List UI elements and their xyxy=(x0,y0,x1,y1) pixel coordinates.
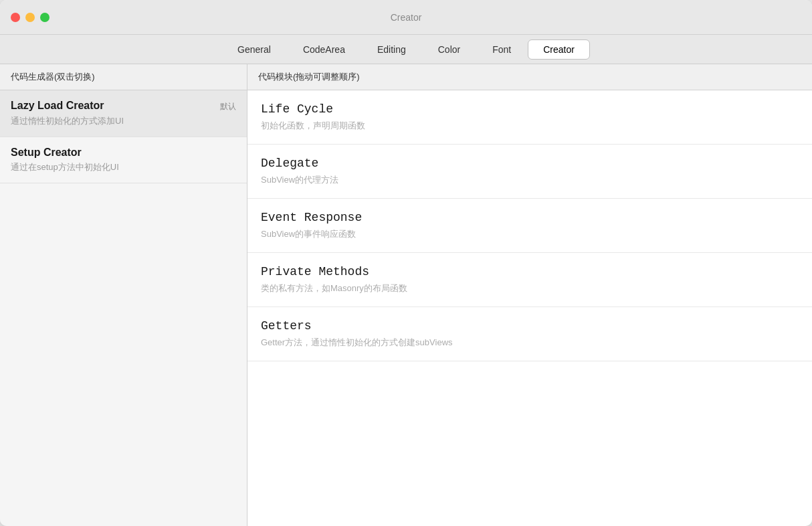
main-window: Creator General CodeArea Editing Color F… xyxy=(0,0,812,526)
tab-codearea[interactable]: CodeArea xyxy=(288,39,361,60)
creator-item-desc: 通过惰性初始化的方式添加UI xyxy=(11,115,236,127)
creator-item-lazy-load[interactable]: Lazy Load Creator 默认 通过惰性初始化的方式添加UI xyxy=(0,90,247,137)
creator-item-header-2: Setup Creator xyxy=(11,147,236,159)
module-item-desc-5: Getter方法，通过惰性初始化的方式创建subViews xyxy=(261,337,799,349)
close-button[interactable] xyxy=(11,13,20,22)
tab-creator[interactable]: Creator xyxy=(528,39,590,60)
module-item-name-4: Private Methods xyxy=(261,265,799,278)
creator-item-name-2: Setup Creator xyxy=(11,147,82,159)
tab-editing[interactable]: Editing xyxy=(362,39,421,60)
creator-item-desc-2: 通过在setup方法中初始化UI xyxy=(11,161,236,173)
window-controls xyxy=(11,13,49,22)
module-item-desc-2: SubView的代理方法 xyxy=(261,174,799,186)
module-item-name: Life Cycle xyxy=(261,102,799,116)
left-panel-header: 代码生成器(双击切换) xyxy=(0,64,247,90)
module-item-name-3: Event Response xyxy=(261,211,799,224)
minimize-button[interactable] xyxy=(25,13,35,22)
module-item-desc: 初始化函数，声明周期函数 xyxy=(261,120,799,132)
module-list: Life Cycle 初始化函数，声明周期函数 Delegate SubView… xyxy=(247,90,812,526)
module-item-name-2: Delegate xyxy=(261,157,799,170)
left-panel: 代码生成器(双击切换) Lazy Load Creator 默认 通过惰性初始化… xyxy=(0,64,247,526)
tab-font[interactable]: Font xyxy=(477,39,526,60)
module-item-desc-3: SubView的事件响应函数 xyxy=(261,228,799,240)
creator-item-badge: 默认 xyxy=(220,101,236,112)
titlebar: Creator xyxy=(0,0,812,35)
module-item-private-methods[interactable]: Private Methods 类的私有方法，如Masonry的布局函数 xyxy=(247,253,812,307)
main-content: 代码生成器(双击切换) Lazy Load Creator 默认 通过惰性初始化… xyxy=(0,64,812,526)
creator-item-name: Lazy Load Creator xyxy=(11,100,104,112)
module-item-event-response[interactable]: Event Response SubView的事件响应函数 xyxy=(247,199,812,253)
creator-list: Lazy Load Creator 默认 通过惰性初始化的方式添加UI Setu… xyxy=(0,90,247,526)
tab-color[interactable]: Color xyxy=(423,39,476,60)
module-item-name-5: Getters xyxy=(261,319,799,333)
creator-item-header: Lazy Load Creator 默认 xyxy=(11,100,236,112)
module-item-getters[interactable]: Getters Getter方法，通过惰性初始化的方式创建subViews xyxy=(247,307,812,361)
tab-general[interactable]: General xyxy=(222,39,286,60)
right-panel: 代码模块(拖动可调整顺序) Life Cycle 初始化函数，声明周期函数 De… xyxy=(247,64,812,526)
tabbar: General CodeArea Editing Color Font Crea… xyxy=(0,35,812,64)
window-title: Creator xyxy=(391,12,422,23)
module-item-desc-4: 类的私有方法，如Masonry的布局函数 xyxy=(261,282,799,294)
module-item-delegate[interactable]: Delegate SubView的代理方法 xyxy=(247,145,812,199)
module-item-life-cycle[interactable]: Life Cycle 初始化函数，声明周期函数 xyxy=(247,90,812,145)
creator-item-setup[interactable]: Setup Creator 通过在setup方法中初始化UI xyxy=(0,137,247,183)
right-panel-header: 代码模块(拖动可调整顺序) xyxy=(247,64,812,90)
maximize-button[interactable] xyxy=(40,13,49,22)
